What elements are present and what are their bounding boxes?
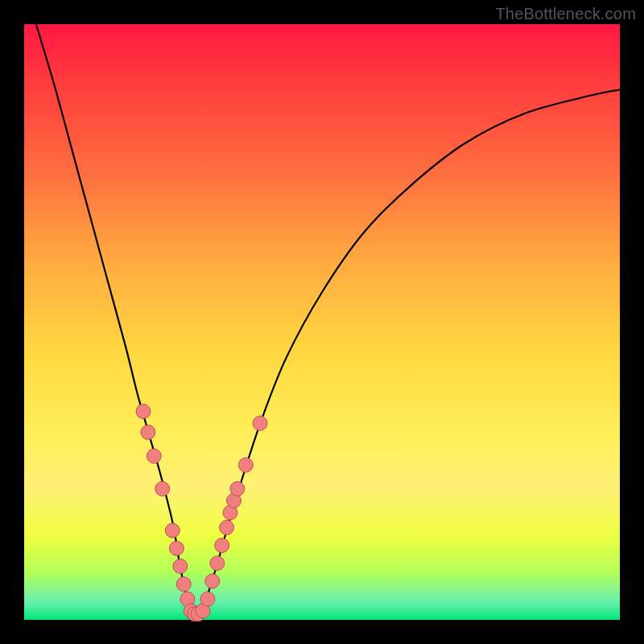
data-marker (220, 520, 234, 535)
watermark-text: TheBottleneck.com (495, 5, 636, 23)
chart-frame: TheBottleneck.com (0, 0, 644, 644)
data-marker (176, 577, 191, 592)
data-marker (136, 404, 151, 419)
data-marker (238, 458, 253, 473)
data-marker (165, 523, 180, 538)
data-marker (215, 539, 229, 553)
curve-layer (24, 24, 620, 620)
marker-group (136, 404, 267, 621)
data-marker (169, 541, 184, 555)
data-marker (230, 481, 245, 496)
data-marker (210, 556, 225, 571)
bottleneck-curve (36, 24, 620, 616)
data-marker (147, 449, 161, 464)
data-marker (253, 416, 267, 431)
data-marker (173, 559, 188, 573)
data-marker (155, 481, 170, 496)
data-marker (205, 574, 220, 588)
data-marker (200, 592, 215, 606)
plot-area (24, 24, 620, 620)
data-marker (141, 425, 155, 440)
